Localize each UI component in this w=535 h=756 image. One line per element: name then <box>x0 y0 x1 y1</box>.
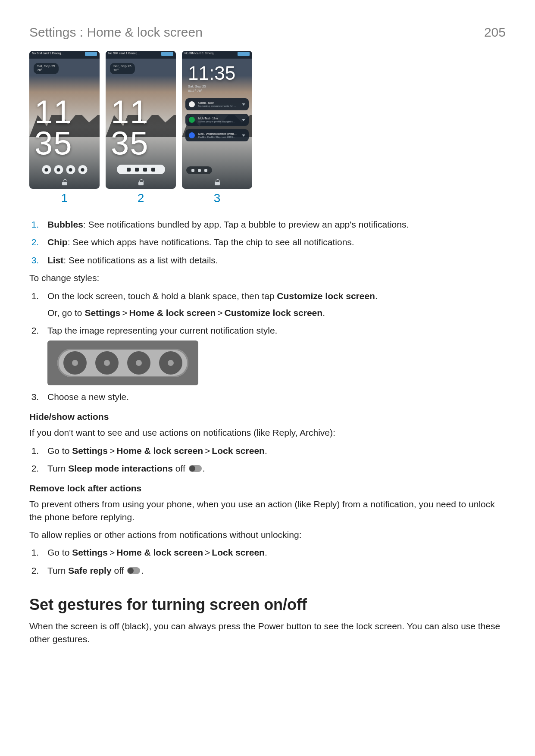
list-item: Choose a new style. <box>41 390 506 403</box>
paragraph: If you don't want to see and use actions… <box>29 426 506 439</box>
phone-chip: No SIM card 1 Emerg… Sat, Sep 2570° 1135 <box>106 51 176 189</box>
list-item: Go to Settings>Home & lock screen>Lock s… <box>41 444 506 457</box>
paragraph: To prevent others from using your phone,… <box>29 498 506 523</box>
list-item: List: See notifications as a list with d… <box>41 254 506 266</box>
setting-safe-reply: Safe reply <box>68 565 111 575</box>
bubbles-strip-illustration <box>47 341 198 385</box>
date-chip: Sat, Sep 2570° <box>34 63 59 74</box>
toggle-off-icon <box>189 465 202 472</box>
status-bar: No SIM card 1 Emerg… <box>106 51 176 59</box>
lockscreen-style-gallery: No SIM card 1 Emerg… Sat, Sep 2570° 1135… <box>29 51 506 205</box>
nav-home-lock: Home & lock screen <box>116 547 203 557</box>
chevron-down-icon <box>242 119 245 121</box>
list-item: Turn Safe reply off . <box>41 564 506 577</box>
notification-card: MotoTest - 12mSome people prefer dayligh… <box>185 114 249 126</box>
style-desc: : See which apps have notifications. Tap… <box>68 237 354 247</box>
subsection-hide-show: Hide/show actions <box>29 412 506 422</box>
chevron-down-icon <box>242 134 245 137</box>
notification-chip-small <box>186 166 212 174</box>
style-desc: : See notifications bundled by app. Tap … <box>83 219 409 229</box>
lock-icon <box>138 179 144 185</box>
paragraph: To allow replies or other actions from n… <box>29 528 506 541</box>
bubble-icon <box>127 351 150 375</box>
nav-home-lock: Home & lock screen <box>129 308 216 318</box>
status-text: No SIM card 1 Emerg… <box>185 52 216 58</box>
chip-icon <box>151 168 155 172</box>
style-name: List <box>47 255 63 265</box>
toggle-off-icon <box>127 567 140 574</box>
status-text: No SIM card 1 Emerg… <box>32 52 64 58</box>
bubble-icon <box>54 165 63 174</box>
style-definitions-list: Bubbles: See notifications bundled by ap… <box>29 218 506 266</box>
notification-card: Gmail - NowUpcoming announcements for co… <box>185 98 249 110</box>
paragraph: To change styles: <box>29 272 506 284</box>
subsection-remove-lock: Remove lock after actions <box>29 483 506 494</box>
paragraph: When the screen is off (black), you can … <box>29 620 506 645</box>
chip-icon <box>127 168 131 172</box>
bubble-icon <box>66 165 75 174</box>
nav-home-lock: Home & lock screen <box>116 446 203 456</box>
phone-list: No SIM card 1 Emerg… 11:35 Sat, Sep 2561… <box>182 51 252 189</box>
lock-icon <box>215 179 220 185</box>
nav-lock-screen: Lock screen <box>212 446 265 456</box>
bubbles-pill <box>57 349 188 377</box>
list-item: On the lock screen, touch & hold a blank… <box>41 290 506 319</box>
phone-bubbles: No SIM card 1 Emerg… Sat, Sep 2570° 1135 <box>29 51 100 189</box>
status-icons <box>238 52 250 56</box>
style-name: Bubbles <box>47 219 83 229</box>
style-desc: : See notifications as a list with detai… <box>63 255 218 265</box>
gmail-icon <box>189 101 195 107</box>
hide-show-steps: Go to Settings>Home & lock screen>Lock s… <box>29 444 506 475</box>
nav-customize: Customize lock screen <box>225 308 323 318</box>
status-text: No SIM card 1 Emerg… <box>108 52 140 58</box>
notification-chip <box>117 165 165 174</box>
section-gestures-heading: Set gestures for turning screen on/off <box>29 596 506 614</box>
date-chip: Sat, Sep 2570° <box>110 63 135 74</box>
status-icons <box>161 52 173 56</box>
notification-list: Gmail - NowUpcoming announcements for co… <box>185 98 249 141</box>
remove-lock-steps: Go to Settings>Home & lock screen>Lock s… <box>29 546 506 577</box>
mail-icon <box>189 132 195 138</box>
list-item: Go to Settings>Home & lock screen>Lock s… <box>41 546 506 559</box>
status-icons <box>85 52 97 56</box>
bubble-icon <box>159 351 182 375</box>
status-bar: No SIM card 1 Emerg… <box>182 51 252 59</box>
gallery-item-list: No SIM card 1 Emerg… 11:35 Sat, Sep 2561… <box>182 51 252 205</box>
change-styles-steps: On the lock screen, touch & hold a blank… <box>29 290 506 403</box>
bubble-icon <box>78 165 87 174</box>
chip-icon <box>143 168 147 172</box>
gallery-number: 3 <box>214 191 221 205</box>
app-icon <box>189 117 195 123</box>
gallery-item-bubbles: No SIM card 1 Emerg… Sat, Sep 2570° 1135… <box>29 51 100 205</box>
gallery-item-chip: No SIM card 1 Emerg… Sat, Sep 2570° 1135… <box>106 51 176 205</box>
lock-clock: 1135 <box>34 97 73 159</box>
gallery-number: 1 <box>61 191 68 205</box>
lock-date-small: Sat, Sep 2561.7° 70° <box>188 84 206 93</box>
list-item: Bubbles: See notifications bundled by ap… <box>41 218 506 231</box>
gallery-number: 2 <box>138 191 144 205</box>
header-breadcrumb: Settings : Home & lock screen <box>29 25 203 40</box>
notification-bubbles <box>42 165 87 174</box>
lock-clock-small: 11:35 <box>188 64 235 83</box>
page-number: 205 <box>484 25 506 40</box>
chip-icon <box>135 168 139 172</box>
bubble-icon <box>42 165 51 174</box>
lock-clock: 1135 <box>111 97 149 159</box>
list-item: Chip: See which apps have notifications.… <box>41 236 506 248</box>
nav-settings: Settings <box>72 547 108 557</box>
status-bar: No SIM card 1 Emerg… <box>29 51 100 59</box>
list-item: Turn Sleep mode interactions off . <box>41 462 506 475</box>
page-header: Settings : Home & lock screen 205 <box>29 25 506 40</box>
style-name: Chip <box>47 237 68 247</box>
chevron-down-icon <box>242 103 245 106</box>
bubble-icon <box>95 351 119 375</box>
nav-settings: Settings <box>72 446 108 456</box>
notification-card: Mail - yvonnedokmarie@yaneem… - 3hFedEx:… <box>185 129 249 141</box>
nav-settings: Settings <box>84 308 120 318</box>
nav-lock-screen: Lock screen <box>212 547 265 557</box>
list-item: Tap the image representing your current … <box>41 324 506 385</box>
lock-icon <box>62 179 67 185</box>
setting-sleep-mode: Sleep mode interactions <box>68 463 173 473</box>
bubble-icon <box>63 351 87 375</box>
